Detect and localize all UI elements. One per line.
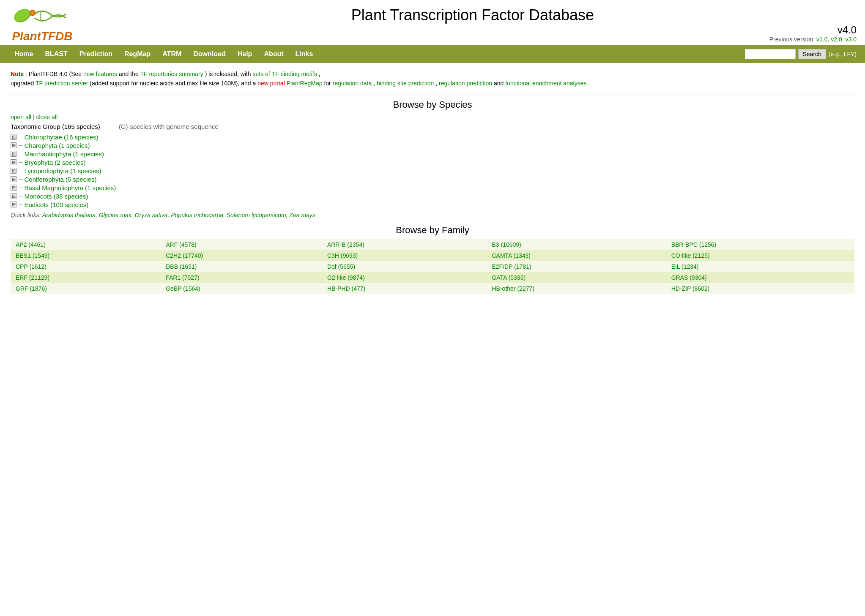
family-cell: GeBP (1564) [161, 283, 322, 294]
family-cell: HB-other (2277) [487, 283, 666, 294]
family-link[interactable]: GeBP (1564) [166, 285, 200, 292]
regulation-data-link[interactable]: regulation data [333, 80, 372, 87]
species-chlorophytae[interactable]: Chlorophytae (16 species) [25, 134, 99, 141]
nav-prediction[interactable]: Prediction [74, 49, 118, 60]
family-link[interactable]: DBB (1651) [166, 263, 197, 270]
tf-repertories-link[interactable]: TF repertories summary [140, 71, 203, 77]
line-icon-3: ─ [19, 151, 23, 157]
quick-link-arabidopsis[interactable]: Arabidopsis thaliana [42, 212, 96, 218]
family-link[interactable]: HB-PHD (477) [327, 285, 365, 292]
family-link[interactable]: FAR1 (7527) [166, 274, 199, 281]
line-icon-8: ─ [19, 193, 23, 199]
quick-link-populus[interactable]: Populus trichocarpa [171, 212, 223, 218]
line-icon-9: ─ [19, 202, 23, 207]
browse-family-title: Browse by Family [11, 225, 854, 236]
functional-enrichment-link[interactable]: functional enrichment analyses [505, 80, 586, 87]
nav-home[interactable]: Home [8, 49, 39, 60]
family-cell: GRAS (9304) [666, 272, 854, 283]
expand-icon-2[interactable]: ⊞ [11, 142, 16, 148]
family-link[interactable]: CO-like (2125) [671, 252, 710, 259]
species-charophyta[interactable]: Charophyta (1 species) [25, 142, 90, 149]
search-button[interactable]: Search [798, 49, 826, 59]
family-link[interactable]: B3 (10609) [492, 241, 521, 248]
nav-atrm[interactable]: ATRM [156, 49, 187, 60]
family-link[interactable]: BES1 (1549) [16, 252, 49, 259]
quick-link-solanum[interactable]: Solanum lycopersicum [227, 212, 286, 218]
family-link[interactable]: Dof (5655) [327, 263, 355, 270]
nav-links[interactable]: Links [290, 49, 319, 60]
family-link[interactable]: GRF (1876) [16, 285, 47, 292]
expand-icon-1[interactable]: ⊞ [11, 134, 16, 140]
tf-binding-motifs-link[interactable]: sets of TF binding motifs [252, 71, 317, 77]
family-cell: HD-ZIP (8602) [666, 283, 854, 294]
note-text-3: ) is released, with [205, 71, 253, 77]
line-icon-7: ─ [19, 185, 23, 191]
nav-help[interactable]: Help [232, 49, 258, 60]
family-cell: EIL (1234) [666, 261, 854, 272]
quick-link-zea[interactable]: Zea mays [289, 212, 315, 218]
species-lycopodiophyta[interactable]: Lycopodiophyta (1 species) [25, 167, 101, 174]
family-link[interactable]: CPP (1612) [16, 263, 47, 270]
regulation-prediction-link[interactable]: regulation prediction [439, 80, 492, 87]
expand-icon-7[interactable]: ⊞ [11, 185, 16, 191]
family-link[interactable]: C3H (9693) [327, 252, 358, 259]
family-link[interactable]: EIL (1234) [671, 263, 699, 270]
nav-blast[interactable]: BLAST [39, 49, 73, 60]
plant-reg-map-link[interactable]: PlantRegMap [287, 80, 323, 87]
species-marchantiophyta[interactable]: Marchantiophyta (1 species) [25, 150, 104, 158]
family-cell: GATA (5335) [487, 272, 666, 283]
quick-link-glycine[interactable]: Glycine max [99, 212, 131, 218]
expand-icon-6[interactable]: ⊞ [11, 176, 16, 182]
nav-regmap[interactable]: RegMap [118, 49, 156, 60]
family-table: AP2 (4461)ARF (4578)ARR-B (2354)B3 (1060… [11, 239, 854, 294]
new-portal-link[interactable]: new portal [257, 80, 285, 87]
line-icon-5: ─ [19, 168, 23, 174]
tf-prediction-link[interactable]: TF prediction server [36, 80, 88, 87]
family-cell: CPP (1612) [11, 261, 161, 272]
family-link[interactable]: BBR-BPC (1256) [671, 241, 717, 248]
nav-download[interactable]: Download [187, 49, 231, 60]
new-features-link[interactable]: new features [83, 71, 117, 77]
family-cell: C3H (9693) [322, 250, 487, 261]
prev-v3[interactable]: v3.0 [846, 36, 857, 43]
close-all-link[interactable]: close all [36, 114, 57, 120]
expand-icon-5[interactable]: ⊞ [11, 168, 16, 174]
binding-site-link[interactable]: binding site prediction [377, 80, 434, 87]
expand-icon-8[interactable]: ⊞ [11, 193, 16, 199]
family-link[interactable]: ARF (4578) [166, 241, 196, 248]
expand-icon-4[interactable]: ⊞ [11, 159, 16, 165]
navbar: Home BLAST Prediction RegMap ATRM Downlo… [0, 45, 865, 63]
species-eudicots[interactable]: Eudicots (100 species) [25, 201, 89, 208]
family-link[interactable]: ARR-B (2354) [327, 241, 364, 248]
prev-v2[interactable]: v2.0 [831, 36, 842, 43]
species-coniferophyta[interactable]: Coniferophyta (5 species) [25, 176, 97, 183]
family-link[interactable]: C2H2 (17740) [166, 252, 203, 259]
species-monocots[interactable]: Monocots (38 species) [25, 193, 88, 200]
family-link[interactable]: G2-like (9874) [327, 274, 365, 281]
search-input[interactable] [745, 49, 796, 59]
family-link[interactable]: HB-other (2277) [492, 285, 534, 292]
family-link[interactable]: ERF (21129) [16, 274, 49, 281]
family-link[interactable]: AP2 (4461) [16, 241, 46, 248]
prev-v1[interactable]: v1.0 [816, 36, 827, 43]
quick-link-oryza[interactable]: Oryza sativa [135, 212, 168, 218]
expand-icon-9[interactable]: ⊞ [11, 202, 16, 207]
species-bryophyta[interactable]: Bryophyta (2 species) [25, 159, 86, 166]
family-link[interactable]: E2F/DP (1781) [492, 263, 531, 270]
species-basal-magnoliophyta[interactable]: Basal Magnoliophyta (1 species) [25, 184, 116, 191]
family-link[interactable]: GATA (5335) [492, 274, 526, 281]
svg-point-3 [30, 11, 34, 15]
expand-icon-3[interactable]: ⊞ [11, 151, 16, 157]
nav-about[interactable]: About [258, 49, 289, 60]
family-link[interactable]: HD-ZIP (8602) [671, 285, 710, 292]
family-cell: BES1 (1549) [11, 250, 161, 261]
family-cell: E2F/DP (1781) [487, 261, 666, 272]
open-close-controls: open all | close all [11, 114, 854, 120]
list-item: ⊞ ─ Basal Magnoliophyta (1 species) [11, 184, 854, 191]
family-link[interactable]: CAMTA (1343) [492, 252, 531, 259]
quick-links-label: Quick links: [11, 212, 42, 218]
family-link[interactable]: GRAS (9304) [671, 274, 707, 281]
list-item: ⊞ ─ Eudicots (100 species) [11, 201, 854, 208]
family-cell: GRF (1876) [11, 283, 161, 294]
open-all-link[interactable]: open all [11, 114, 31, 120]
